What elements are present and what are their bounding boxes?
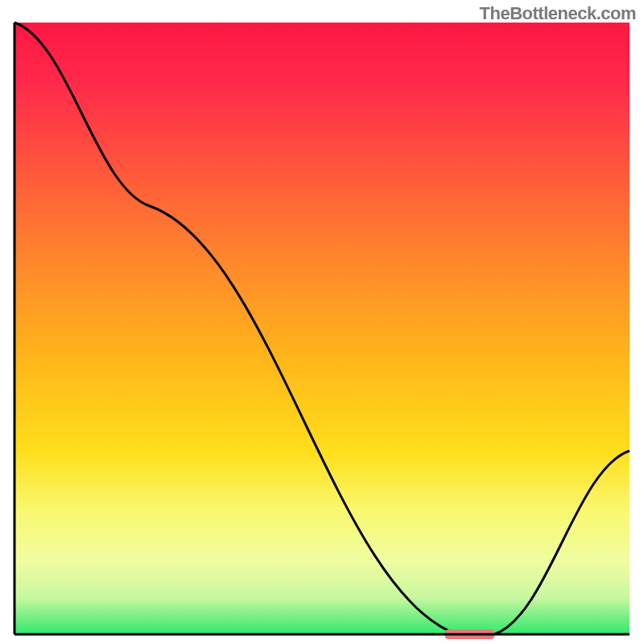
watermark-label: TheBottleneck.com — [480, 3, 636, 24]
bottleneck-chart: TheBottleneck.com — [0, 0, 644, 644]
chart-svg — [0, 0, 644, 644]
gradient-background — [14, 23, 630, 634]
plot-area — [14, 23, 630, 639]
